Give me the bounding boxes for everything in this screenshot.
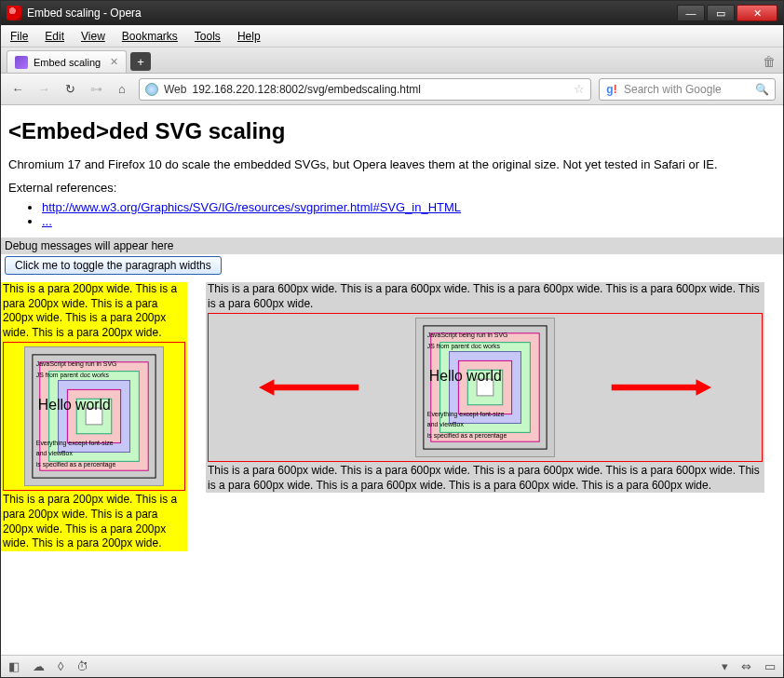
home-button[interactable]: ⌂ <box>113 80 131 99</box>
menu-bookmarks[interactable]: Bookmarks <box>122 30 178 43</box>
embed-box-200: JavaScript being run in SVG JS from pare… <box>3 342 185 491</box>
embedded-svg-200: JavaScript being run in SVG JS from pare… <box>24 346 164 486</box>
google-icon: g! <box>605 83 618 96</box>
embedded-svg-600: JavaScript being run in SVG JS from pare… <box>415 318 555 457</box>
tab-title: Embed scaling <box>34 57 101 68</box>
panel-toggle-icon[interactable]: ◧ <box>8 659 20 673</box>
unite-icon[interactable]: ◊ <box>58 659 63 673</box>
page-heading: <Embed>ded SVG scaling <box>8 118 776 144</box>
menu-view[interactable]: View <box>81 30 105 43</box>
zoom-dropdown-icon[interactable]: ▾ <box>722 659 728 673</box>
minimize-button[interactable]: ― <box>677 5 705 21</box>
menu-edit[interactable]: Edit <box>45 30 64 43</box>
embed-box-600: JavaScript being run in SVG JS from pare… <box>208 313 763 462</box>
menu-help[interactable]: Help <box>237 30 261 43</box>
para-200-top: This is a para 200px wide. This is a par… <box>1 282 187 340</box>
svg-text:Hello world: Hello world <box>429 368 502 384</box>
external-references-label: External references: <box>8 181 776 195</box>
favicon-icon <box>15 56 28 69</box>
svg-text-l3: Everything except font-size <box>36 440 114 447</box>
toolbar: ← → ↻ ⊶ ⌂ Web ☆ g! Search with Google 🔍 <box>1 74 783 105</box>
para-600-top: This is a para 600px wide. This is a par… <box>206 282 764 311</box>
window-title: Embed scaling - Opera <box>27 7 677 20</box>
column-600px: This is a para 600px wide. This is a par… <box>206 282 764 493</box>
web-label: Web <box>164 83 186 96</box>
svg-text-l4: and viewBox <box>36 451 74 457</box>
tab-close-icon[interactable]: ✕ <box>110 56 118 68</box>
reload-button[interactable]: ↻ <box>61 80 79 99</box>
closed-tabs-trash-icon[interactable]: 🗑 <box>763 54 776 69</box>
svg-text-l1: JavaScript being run in SVG <box>36 360 117 368</box>
menu-tools[interactable]: Tools <box>195 30 221 43</box>
globe-icon <box>145 83 158 96</box>
tabbar: Embed scaling ✕ + 🗑 <box>1 47 783 74</box>
svg-text-hello: Hello world <box>38 397 111 413</box>
svg-text:JavaScript being run in SVG: JavaScript being run in SVG <box>427 332 508 339</box>
titlebar: Embed scaling - Opera ― ▭ ✕ <box>1 1 783 25</box>
url-input[interactable] <box>192 83 568 96</box>
turbo-icon[interactable]: ⏱ <box>76 659 88 673</box>
column-200px: This is a para 200px wide. This is a par… <box>1 282 187 551</box>
wand-icon[interactable]: ⊶ <box>87 80 105 99</box>
search-bar[interactable]: g! Search with Google 🔍 <box>599 78 776 101</box>
back-button[interactable]: ← <box>8 80 27 99</box>
new-tab-button[interactable]: + <box>130 52 151 71</box>
para-600-bottom: This is a para 600px wide. This is a par… <box>206 464 764 493</box>
statusbar: ◧ ☁ ◊ ⏱ ▾ ⇔ ▭ <box>1 655 783 677</box>
para-200-bottom: This is a para 200px wide. This is a par… <box>1 493 187 550</box>
svg-text:is specified as a percentage: is specified as a percentage <box>427 432 507 440</box>
svg-text:JS from parent doc works: JS from parent doc works <box>427 343 501 350</box>
search-placeholder: Search with Google <box>624 83 750 96</box>
sync-icon[interactable]: ☁ <box>33 659 45 673</box>
toggle-widths-button[interactable]: Click me to toggle the paragraph widths <box>5 256 222 275</box>
debug-message-bar: Debug messages will appear here <box>1 237 783 254</box>
svg-text-l5: is specified as a percentage <box>36 462 116 469</box>
browser-tab[interactable]: Embed scaling ✕ <box>7 50 127 73</box>
reference-link-2[interactable]: ... <box>42 214 52 228</box>
view-mode-icon[interactable]: ▭ <box>764 659 776 673</box>
svg-text-l2: JS from parent doc works <box>36 372 110 379</box>
opera-logo-icon <box>7 6 21 20</box>
maximize-button[interactable]: ▭ <box>707 5 735 21</box>
bookmark-star-icon[interactable]: ☆ <box>574 82 585 96</box>
intro-text: Chromium 17 and Firefox 10 do scale the … <box>8 157 776 171</box>
reference-list: http://www.w3.org/Graphics/SVG/IG/resour… <box>42 200 776 228</box>
svg-text:Everything except font-size: Everything except font-size <box>427 411 505 418</box>
address-bar[interactable]: Web ☆ <box>139 78 591 101</box>
reference-link-1[interactable]: http://www.w3.org/Graphics/SVG/IG/resour… <box>42 200 461 214</box>
stretch-arrow-right-icon <box>562 377 758 398</box>
fit-width-icon[interactable]: ⇔ <box>741 659 751 673</box>
menu-file[interactable]: File <box>10 30 28 43</box>
forward-button[interactable]: → <box>34 80 53 99</box>
menubar: File Edit View Bookmarks Tools Help <box>1 25 783 47</box>
close-button[interactable]: ✕ <box>737 5 777 21</box>
page-viewport[interactable]: <Embed>ded SVG scaling Chromium 17 and F… <box>1 105 783 655</box>
stretch-arrow-left-icon <box>212 377 408 398</box>
search-icon[interactable]: 🔍 <box>755 83 769 96</box>
svg-text:and viewBox: and viewBox <box>427 422 465 428</box>
